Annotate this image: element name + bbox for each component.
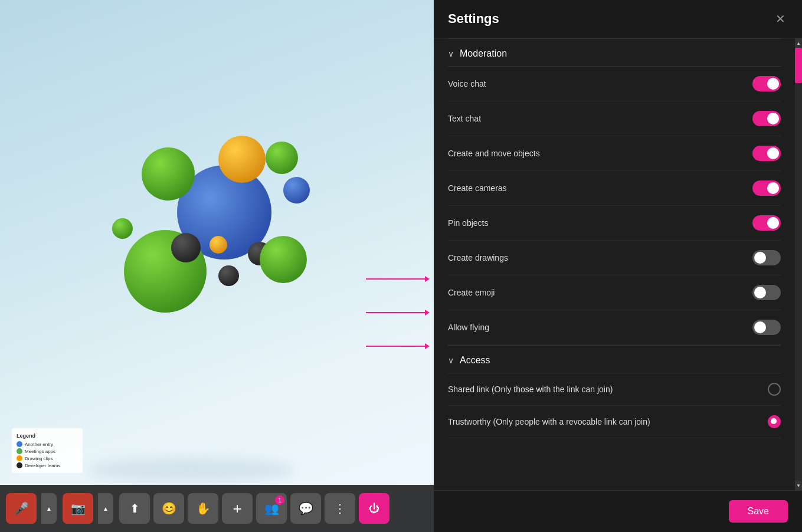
create-drawings-label: Create drawings [448, 253, 752, 262]
camera-muted-icon: 📷 [71, 501, 86, 515]
text-chat-toggle-thumb [767, 113, 779, 124]
people-button[interactable]: 👥 1 [256, 493, 287, 524]
settings-panel: Settings ✕ ∨ Moderation Voice chat [434, 0, 802, 532]
legend-item1: Another entry [17, 441, 78, 447]
chat-icon: 💬 [299, 501, 313, 515]
sphere-green-medium [142, 147, 195, 201]
more-icon: ⋮ [334, 501, 346, 515]
save-button[interactable]: Save [729, 500, 788, 523]
mic-muted-icon: 🎤 [14, 501, 29, 515]
emoji-icon: 😊 [162, 501, 176, 515]
pin-objects-toggle-thumb [767, 217, 779, 229]
voice-chat-toggle[interactable] [752, 76, 781, 91]
pin-objects-label: Pin objects [448, 218, 752, 228]
legend-item3: Drawing clips [17, 455, 78, 461]
arrow-annotation-3 [366, 343, 430, 349]
arrow-annotation-2 [366, 310, 430, 316]
arrow-annotation-1 [366, 276, 430, 282]
camera-arrow-button[interactable]: ▲ [98, 493, 113, 524]
allow-flying-row: Allow flying [448, 310, 781, 345]
legend-item4: Developer teams [17, 462, 78, 468]
pin-objects-row: Pin objects [448, 206, 781, 241]
voice-chat-toggle-thumb [767, 78, 779, 90]
trustworthy-radio[interactable] [768, 415, 781, 428]
legend-title: Legend [17, 433, 78, 439]
scrollbar-track: ▲ ▼ [795, 38, 802, 490]
scene-panel: Legend Another entry Meetings apps Drawi… [0, 0, 434, 532]
text-chat-label: Text chat [448, 114, 752, 123]
trustworthy-label: Trustworthy (Only people with a revocabl… [448, 417, 768, 426]
scrollbar-thumb[interactable] [795, 48, 802, 83]
allow-flying-label: Allow flying [448, 323, 752, 332]
settings-title: Settings [448, 11, 499, 27]
sphere-orange-small [209, 236, 227, 254]
create-cameras-row: Create cameras [448, 171, 781, 206]
sphere-green-small2 [112, 218, 133, 239]
people-badge: 1 [275, 495, 284, 505]
create-cameras-toggle[interactable] [752, 180, 781, 196]
voice-chat-row: Voice chat [448, 67, 781, 101]
sphere-orange [218, 136, 266, 183]
allow-flying-toggle[interactable] [752, 320, 781, 335]
legend-panel: Legend Another entry Meetings apps Drawi… [12, 428, 83, 473]
add-icon: + [233, 500, 241, 518]
toolbar: 🎤 ▲ 📷 ▲ ⬆ 😊 ✋ + 👥 1 [0, 485, 434, 532]
emoji-button[interactable]: 😊 [153, 493, 184, 524]
create-drawings-toggle[interactable] [752, 250, 781, 265]
cloud-shadow [89, 458, 295, 482]
create-move-toggle[interactable] [752, 146, 781, 161]
mic-arrow-button[interactable]: ▲ [41, 493, 57, 524]
exit-icon: ⏻ [369, 503, 379, 515]
access-title: Access [460, 355, 490, 366]
mic-chevron-icon: ▲ [46, 505, 52, 512]
hand-icon: ✋ [196, 501, 211, 515]
scrollbar-up-button[interactable]: ▲ [795, 38, 802, 48]
settings-header: Settings ✕ [434, 0, 802, 38]
moderation-chevron-icon: ∨ [448, 49, 454, 58]
create-drawings-row: Create drawings [448, 241, 781, 275]
chat-button[interactable]: 💬 [290, 493, 321, 524]
create-emoji-toggle[interactable] [752, 285, 781, 300]
create-drawings-toggle-thumb [754, 252, 766, 264]
shared-link-label: Shared link (Only those with the link ca… [448, 385, 768, 394]
pin-objects-toggle[interactable] [752, 215, 781, 231]
access-header[interactable]: ∨ Access [448, 346, 781, 373]
moderation-section: ∨ Moderation Voice chat Text chat [434, 39, 795, 345]
create-cameras-toggle-thumb [767, 182, 779, 194]
hand-button[interactable]: ✋ [188, 493, 218, 524]
create-emoji-row: Create emoji [448, 275, 781, 310]
settings-content: ∨ Moderation Voice chat Text chat [434, 38, 795, 490]
share-button[interactable]: ⬆ [119, 493, 150, 524]
text-chat-toggle[interactable] [752, 111, 781, 126]
scrollbar-down-button[interactable]: ▼ [795, 481, 802, 490]
access-section: ∨ Access Shared link (Only those with th… [434, 346, 795, 438]
sphere-black1 [171, 233, 201, 262]
add-button[interactable]: + [222, 493, 253, 524]
save-bar: Save [434, 490, 802, 532]
sphere-container [106, 118, 342, 342]
create-emoji-label: Create emoji [448, 288, 752, 297]
trustworthy-row: Trustworthy (Only people with a revocabl… [448, 406, 781, 438]
sphere-blue-small [283, 177, 310, 203]
shared-link-radio[interactable] [768, 383, 781, 396]
more-button[interactable]: ⋮ [325, 493, 355, 524]
share-icon: ⬆ [130, 501, 140, 515]
legend-item2: Meetings apps [17, 448, 78, 454]
create-move-label: Create and move objects [448, 149, 752, 158]
create-emoji-toggle-thumb [754, 287, 766, 298]
voice-chat-label: Voice chat [448, 79, 752, 88]
sphere-green-small1 [266, 142, 298, 174]
moderation-header[interactable]: ∨ Moderation [448, 39, 781, 67]
mic-button[interactable]: 🎤 [6, 493, 37, 524]
sphere-black3 [218, 265, 239, 286]
camera-chevron-icon: ▲ [103, 505, 109, 512]
create-move-toggle-thumb [767, 147, 779, 159]
allow-flying-toggle-thumb [754, 321, 766, 333]
exit-button[interactable]: ⏻ [359, 493, 389, 524]
moderation-title: Moderation [460, 48, 507, 59]
settings-scroll-wrapper: ∨ Moderation Voice chat Text chat [434, 38, 802, 490]
camera-button[interactable]: 📷 [63, 493, 93, 524]
sphere-green-medium2 [260, 236, 307, 283]
close-button[interactable]: ✕ [773, 9, 788, 28]
create-move-row: Create and move objects [448, 136, 781, 171]
